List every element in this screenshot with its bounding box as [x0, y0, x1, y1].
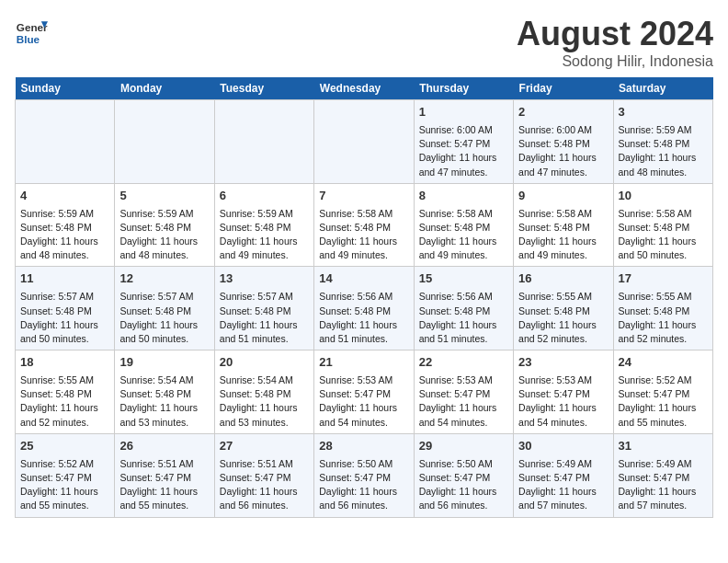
day-cell: 31Sunrise: 5:49 AMSunset: 5:47 PMDayligh…	[613, 433, 712, 517]
calendar-subtitle: Sodong Hilir, Indonesia	[517, 53, 713, 70]
day-cell: 13Sunrise: 5:57 AMSunset: 5:48 PMDayligh…	[214, 267, 313, 350]
day-number: 8	[419, 188, 508, 205]
day-cell: 15Sunrise: 5:56 AMSunset: 5:48 PMDayligh…	[414, 267, 513, 350]
col-header-tuesday: Tuesday	[214, 77, 313, 100]
day-cell: 9Sunrise: 5:58 AMSunset: 5:48 PMDaylight…	[514, 183, 613, 267]
day-number: 2	[518, 104, 608, 121]
col-header-thursday: Thursday	[414, 77, 513, 100]
col-header-wednesday: Wednesday	[314, 77, 414, 100]
day-info: Sunrise: 5:57 AMSunset: 5:48 PMDaylight:…	[119, 290, 209, 346]
day-cell: 26Sunrise: 5:51 AMSunset: 5:47 PMDayligh…	[115, 433, 214, 517]
day-info: Sunrise: 5:58 AMSunset: 5:48 PMDaylight:…	[619, 207, 708, 263]
day-info: Sunrise: 5:51 AMSunset: 5:47 PMDaylight:…	[220, 457, 309, 513]
day-number: 28	[319, 438, 408, 455]
day-number: 27	[220, 438, 309, 455]
day-number: 9	[518, 188, 608, 205]
day-number: 15	[419, 270, 508, 288]
day-info: Sunrise: 6:00 AMSunset: 5:48 PMDaylight:…	[518, 123, 608, 179]
day-number: 21	[319, 354, 408, 372]
day-number: 4	[20, 188, 109, 205]
day-cell: 2Sunrise: 6:00 AMSunset: 5:48 PMDaylight…	[514, 100, 613, 184]
calendar-table: SundayMondayTuesdayWednesdayThursdayFrid…	[15, 77, 713, 518]
day-info: Sunrise: 5:52 AMSunset: 5:47 PMDaylight:…	[20, 457, 109, 513]
day-number: 7	[319, 188, 408, 205]
week-row-4: 18Sunrise: 5:55 AMSunset: 5:48 PMDayligh…	[16, 350, 713, 434]
day-cell: 20Sunrise: 5:54 AMSunset: 5:48 PMDayligh…	[214, 350, 313, 434]
day-cell: 3Sunrise: 5:59 AMSunset: 5:48 PMDaylight…	[613, 100, 712, 184]
day-info: Sunrise: 5:56 AMSunset: 5:48 PMDaylight:…	[419, 290, 508, 346]
col-header-saturday: Saturday	[613, 77, 712, 100]
day-number: 22	[419, 354, 508, 372]
day-cell: 25Sunrise: 5:52 AMSunset: 5:47 PMDayligh…	[16, 433, 115, 517]
day-number: 31	[619, 438, 708, 455]
day-cell: 14Sunrise: 5:56 AMSunset: 5:48 PMDayligh…	[314, 267, 414, 350]
day-cell: 28Sunrise: 5:50 AMSunset: 5:47 PMDayligh…	[314, 433, 414, 517]
day-info: Sunrise: 5:55 AMSunset: 5:48 PMDaylight:…	[518, 290, 608, 346]
day-info: Sunrise: 5:53 AMSunset: 5:47 PMDaylight:…	[419, 373, 508, 430]
day-number: 3	[619, 104, 708, 121]
day-number: 1	[419, 104, 508, 121]
day-cell: 22Sunrise: 5:53 AMSunset: 5:47 PMDayligh…	[414, 350, 513, 434]
week-row-5: 25Sunrise: 5:52 AMSunset: 5:47 PMDayligh…	[16, 433, 713, 517]
day-cell: 24Sunrise: 5:52 AMSunset: 5:47 PMDayligh…	[613, 350, 712, 434]
week-row-1: 1Sunrise: 6:00 AMSunset: 5:47 PMDaylight…	[16, 100, 713, 184]
day-info: Sunrise: 5:50 AMSunset: 5:47 PMDaylight:…	[319, 457, 408, 513]
day-cell: 4Sunrise: 5:59 AMSunset: 5:48 PMDaylight…	[16, 183, 115, 267]
day-number: 16	[518, 270, 608, 288]
day-info: Sunrise: 5:58 AMSunset: 5:48 PMDaylight:…	[319, 207, 408, 263]
day-number: 11	[20, 270, 109, 288]
day-info: Sunrise: 5:59 AMSunset: 5:48 PMDaylight:…	[119, 207, 209, 263]
day-cell: 6Sunrise: 5:59 AMSunset: 5:48 PMDaylight…	[214, 183, 313, 267]
col-header-sunday: Sunday	[16, 77, 115, 100]
day-cell: 7Sunrise: 5:58 AMSunset: 5:48 PMDaylight…	[314, 183, 414, 267]
col-header-monday: Monday	[115, 77, 214, 100]
page-header: General Blue August 2024 Sodong Hilir, I…	[15, 15, 713, 70]
logo: General Blue	[15, 15, 48, 48]
day-number: 26	[119, 438, 209, 455]
day-info: Sunrise: 5:52 AMSunset: 5:47 PMDaylight:…	[619, 373, 708, 430]
day-info: Sunrise: 5:49 AMSunset: 5:47 PMDaylight:…	[518, 457, 608, 513]
day-cell: 27Sunrise: 5:51 AMSunset: 5:47 PMDayligh…	[214, 433, 313, 517]
day-number: 29	[419, 438, 508, 455]
day-number: 17	[619, 270, 708, 288]
day-info: Sunrise: 5:49 AMSunset: 5:47 PMDaylight:…	[619, 457, 708, 513]
day-info: Sunrise: 5:51 AMSunset: 5:47 PMDaylight:…	[119, 457, 209, 513]
day-cell: 5Sunrise: 5:59 AMSunset: 5:48 PMDaylight…	[115, 183, 214, 267]
day-cell: 18Sunrise: 5:55 AMSunset: 5:48 PMDayligh…	[16, 350, 115, 434]
day-number: 24	[619, 354, 708, 372]
week-row-2: 4Sunrise: 5:59 AMSunset: 5:48 PMDaylight…	[16, 183, 713, 267]
calendar-title: August 2024	[517, 15, 713, 53]
day-number: 13	[220, 270, 309, 288]
title-block: August 2024 Sodong Hilir, Indonesia	[517, 15, 713, 70]
day-cell: 29Sunrise: 5:50 AMSunset: 5:47 PMDayligh…	[414, 433, 513, 517]
day-info: Sunrise: 5:59 AMSunset: 5:48 PMDaylight:…	[220, 207, 309, 263]
day-number: 5	[119, 188, 209, 205]
day-number: 30	[518, 438, 608, 455]
day-number: 20	[220, 354, 309, 372]
day-info: Sunrise: 5:56 AMSunset: 5:48 PMDaylight:…	[319, 290, 408, 346]
day-cell: 10Sunrise: 5:58 AMSunset: 5:48 PMDayligh…	[613, 183, 712, 267]
day-number: 10	[619, 188, 708, 205]
header-row: SundayMondayTuesdayWednesdayThursdayFrid…	[16, 77, 713, 100]
day-cell: 17Sunrise: 5:55 AMSunset: 5:48 PMDayligh…	[613, 267, 712, 350]
day-cell	[115, 100, 214, 184]
day-info: Sunrise: 5:50 AMSunset: 5:47 PMDaylight:…	[419, 457, 508, 513]
day-info: Sunrise: 5:59 AMSunset: 5:48 PMDaylight:…	[20, 207, 109, 263]
day-info: Sunrise: 5:54 AMSunset: 5:48 PMDaylight:…	[220, 373, 309, 430]
logo-icon: General Blue	[15, 15, 48, 48]
day-info: Sunrise: 5:55 AMSunset: 5:48 PMDaylight:…	[20, 373, 109, 430]
day-cell: 19Sunrise: 5:54 AMSunset: 5:48 PMDayligh…	[115, 350, 214, 434]
day-cell: 21Sunrise: 5:53 AMSunset: 5:47 PMDayligh…	[314, 350, 414, 434]
day-number: 18	[20, 354, 109, 372]
day-number: 25	[20, 438, 109, 455]
day-cell: 8Sunrise: 5:58 AMSunset: 5:48 PMDaylight…	[414, 183, 513, 267]
day-info: Sunrise: 5:58 AMSunset: 5:48 PMDaylight:…	[518, 207, 608, 263]
week-row-3: 11Sunrise: 5:57 AMSunset: 5:48 PMDayligh…	[16, 267, 713, 350]
day-number: 23	[518, 354, 608, 372]
day-info: Sunrise: 5:55 AMSunset: 5:48 PMDaylight:…	[619, 290, 708, 346]
day-info: Sunrise: 5:53 AMSunset: 5:47 PMDaylight:…	[319, 373, 408, 430]
day-cell: 12Sunrise: 5:57 AMSunset: 5:48 PMDayligh…	[115, 267, 214, 350]
day-cell: 11Sunrise: 5:57 AMSunset: 5:48 PMDayligh…	[16, 267, 115, 350]
day-number: 6	[220, 188, 309, 205]
day-cell	[16, 100, 115, 184]
